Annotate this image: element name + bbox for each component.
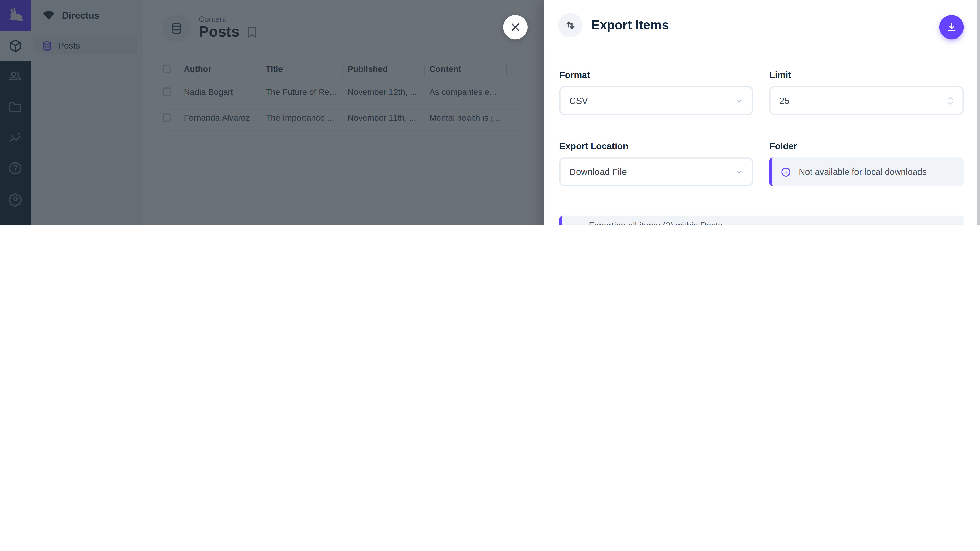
info-icon [781,167,791,177]
close-drawer-button[interactable] [503,15,528,40]
chevron-down-icon [735,97,743,105]
limit-label: Limit [770,70,964,80]
folder-disabled-notice: Not available for local downloads [770,157,964,186]
folder-label: Folder [770,141,964,151]
limit-input[interactable] [780,96,947,106]
import-export-icon [564,19,576,31]
format-select[interactable]: CSV [559,86,753,115]
chevron-down-icon [735,168,743,176]
number-stepper[interactable] [947,96,954,105]
limit-input-wrap [770,86,964,115]
export-items-drawer: Export Items Format CSV Limit [544,0,980,225]
format-label: Format [559,70,753,80]
drawer-scrollbar[interactable] [977,0,980,225]
drawer-title: Export Items [591,17,669,33]
export-location-label: Export Location [559,141,753,151]
export-location-value: Download File [570,167,627,177]
chevron-up-icon [947,96,954,100]
export-download-button[interactable] [939,15,964,40]
app-window: Directus Posts Content Posts [0,0,980,225]
folder-notice-text: Not available for local downloads [799,166,927,177]
chevron-down-icon [947,101,954,105]
drawer-overlay[interactable] [0,0,544,225]
export-info-notice: Exporting all items (2) within Posts. On… [559,216,964,225]
export-location-select[interactable]: Download File [559,157,753,186]
import-export-icon-circle [558,13,583,37]
drawer-header: Export Items [544,0,980,50]
close-icon [510,22,520,33]
download-icon [946,21,957,33]
notice-line-1: Exporting all items (2) within Posts. [589,221,725,225]
format-value: CSV [570,96,588,106]
